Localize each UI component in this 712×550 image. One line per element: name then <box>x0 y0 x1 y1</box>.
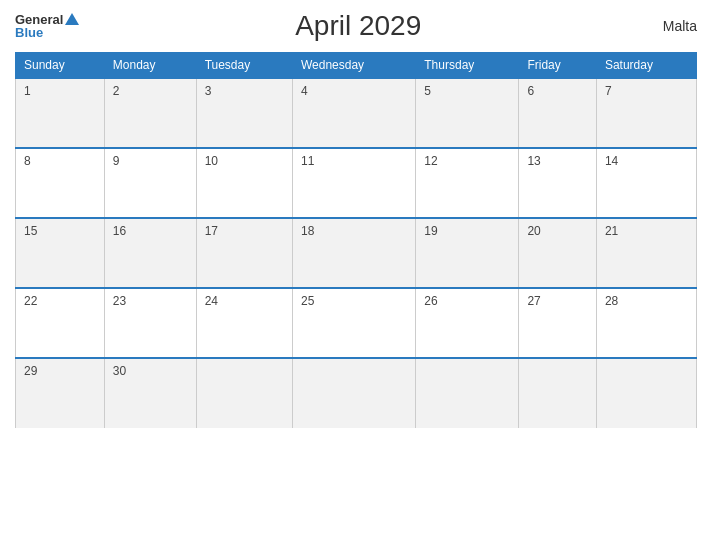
calendar-header: General Blue April 2029 Malta <box>15 10 697 42</box>
day-number: 29 <box>24 364 37 378</box>
day-cell: 24 <box>196 288 292 358</box>
day-number: 12 <box>424 154 437 168</box>
day-cell: 13 <box>519 148 596 218</box>
day-cell: 10 <box>196 148 292 218</box>
day-cell <box>519 358 596 428</box>
day-number: 9 <box>113 154 120 168</box>
day-number: 10 <box>205 154 218 168</box>
week-row-3: 15161718192021 <box>16 218 697 288</box>
week-row-4: 22232425262728 <box>16 288 697 358</box>
week-row-1: 1234567 <box>16 78 697 148</box>
day-number: 11 <box>301 154 314 168</box>
week-row-5: 2930 <box>16 358 697 428</box>
day-cell: 16 <box>104 218 196 288</box>
col-thursday: Thursday <box>416 53 519 79</box>
day-number: 21 <box>605 224 618 238</box>
day-number: 4 <box>301 84 308 98</box>
day-number: 30 <box>113 364 126 378</box>
day-cell: 19 <box>416 218 519 288</box>
day-cell: 21 <box>596 218 696 288</box>
logo-triangle-icon <box>65 13 79 25</box>
day-number: 17 <box>205 224 218 238</box>
day-cell: 28 <box>596 288 696 358</box>
day-number: 26 <box>424 294 437 308</box>
day-number: 22 <box>24 294 37 308</box>
day-number: 2 <box>113 84 120 98</box>
day-cell: 1 <box>16 78 105 148</box>
day-cell: 30 <box>104 358 196 428</box>
day-number: 23 <box>113 294 126 308</box>
day-cell: 5 <box>416 78 519 148</box>
col-monday: Monday <box>104 53 196 79</box>
day-number: 8 <box>24 154 31 168</box>
day-cell <box>596 358 696 428</box>
day-cell: 17 <box>196 218 292 288</box>
day-cell <box>416 358 519 428</box>
day-cell: 22 <box>16 288 105 358</box>
calendar-body: 1234567891011121314151617181920212223242… <box>16 78 697 428</box>
calendar-header-row: Sunday Monday Tuesday Wednesday Thursday… <box>16 53 697 79</box>
day-number: 25 <box>301 294 314 308</box>
day-number: 28 <box>605 294 618 308</box>
calendar-container: General Blue April 2029 Malta Sunday Mon… <box>0 0 712 550</box>
day-number: 24 <box>205 294 218 308</box>
day-cell: 7 <box>596 78 696 148</box>
day-cell: 6 <box>519 78 596 148</box>
day-number: 20 <box>527 224 540 238</box>
day-cell: 12 <box>416 148 519 218</box>
day-number: 7 <box>605 84 612 98</box>
day-cell: 3 <box>196 78 292 148</box>
country-label: Malta <box>637 18 697 34</box>
calendar-table: Sunday Monday Tuesday Wednesday Thursday… <box>15 52 697 428</box>
day-number: 3 <box>205 84 212 98</box>
day-number: 18 <box>301 224 314 238</box>
col-sunday: Sunday <box>16 53 105 79</box>
day-cell: 27 <box>519 288 596 358</box>
day-cell: 2 <box>104 78 196 148</box>
day-cell: 11 <box>292 148 415 218</box>
col-tuesday: Tuesday <box>196 53 292 79</box>
week-row-2: 891011121314 <box>16 148 697 218</box>
day-number: 1 <box>24 84 31 98</box>
day-number: 5 <box>424 84 431 98</box>
col-wednesday: Wednesday <box>292 53 415 79</box>
day-cell: 14 <box>596 148 696 218</box>
day-cell: 4 <box>292 78 415 148</box>
day-number: 19 <box>424 224 437 238</box>
col-friday: Friday <box>519 53 596 79</box>
day-number: 15 <box>24 224 37 238</box>
day-cell <box>292 358 415 428</box>
day-number: 27 <box>527 294 540 308</box>
day-cell: 29 <box>16 358 105 428</box>
day-cell: 26 <box>416 288 519 358</box>
day-cell: 9 <box>104 148 196 218</box>
day-cell: 25 <box>292 288 415 358</box>
day-cell: 23 <box>104 288 196 358</box>
day-number: 16 <box>113 224 126 238</box>
logo-blue-text: Blue <box>15 26 79 39</box>
days-of-week-row: Sunday Monday Tuesday Wednesday Thursday… <box>16 53 697 79</box>
day-cell: 18 <box>292 218 415 288</box>
col-saturday: Saturday <box>596 53 696 79</box>
day-cell: 20 <box>519 218 596 288</box>
day-cell: 8 <box>16 148 105 218</box>
day-number: 6 <box>527 84 534 98</box>
logo: General Blue <box>15 13 79 40</box>
day-cell <box>196 358 292 428</box>
day-number: 13 <box>527 154 540 168</box>
day-number: 14 <box>605 154 618 168</box>
day-cell: 15 <box>16 218 105 288</box>
calendar-title: April 2029 <box>79 10 637 42</box>
logo-general-text: General <box>15 13 79 27</box>
